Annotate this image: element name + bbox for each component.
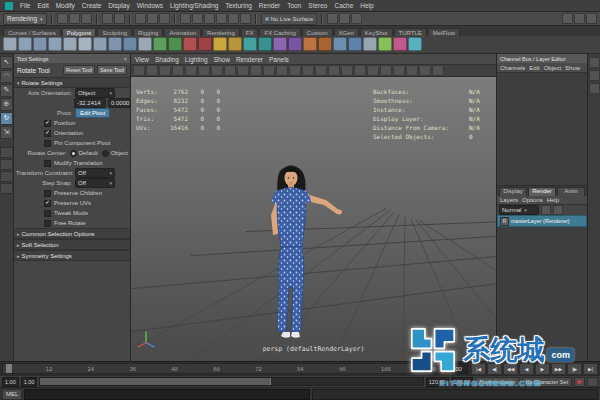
new-layer-from-selection-icon[interactable] (553, 205, 563, 215)
playback-start-field[interactable]: 1.00 (21, 377, 38, 387)
menu-item[interactable]: Display (108, 2, 129, 9)
shelf-tool-icon[interactable] (288, 37, 302, 51)
modify-translation-checkbox[interactable] (44, 160, 51, 167)
isolate-select-icon[interactable] (419, 65, 431, 76)
snap-to-point-icon[interactable] (204, 13, 215, 24)
reset-tool-button[interactable]: Reset Tool (63, 65, 95, 75)
shelf-tool-icon[interactable] (393, 37, 407, 51)
render-settings-icon[interactable] (351, 13, 362, 24)
shelf-tab[interactable]: Custom (302, 28, 333, 36)
make-live-icon[interactable] (240, 13, 251, 24)
menu-item[interactable]: Lighting/Shading (170, 2, 218, 9)
film-gate-icon[interactable] (237, 65, 249, 76)
shelf-tab[interactable]: FX Caching (259, 28, 300, 36)
shelf-tool-icon[interactable] (108, 37, 122, 51)
undo-icon[interactable] (102, 13, 113, 24)
menu-item[interactable]: Toon (287, 2, 301, 9)
preserve-children-checkbox[interactable] (44, 190, 51, 197)
xray-icon[interactable] (432, 65, 444, 76)
motion-blur-icon[interactable] (393, 65, 405, 76)
position-checkbox[interactable] (44, 120, 51, 127)
panel-menu-item[interactable]: View (135, 56, 149, 63)
channel-box-menu-item[interactable]: Channels (500, 65, 525, 71)
channel-box-menu-item[interactable]: Show (565, 65, 580, 71)
shelf-tool-icon[interactable] (258, 37, 272, 51)
shelf-tool-icon[interactable] (213, 37, 227, 51)
shelf-tool-icon[interactable] (63, 37, 77, 51)
tweak-mode-checkbox[interactable] (44, 210, 51, 217)
hypershade-persp-layout-button[interactable] (0, 183, 13, 194)
menu-item[interactable]: Help (360, 2, 373, 9)
channel-list-area[interactable] (497, 73, 587, 186)
four-pane-layout-button[interactable] (0, 159, 13, 170)
menu-item[interactable]: Cache (334, 2, 353, 9)
lock-camera-icon[interactable] (146, 65, 158, 76)
step-snap-select[interactable]: Off (75, 178, 115, 188)
fill-mode-icon[interactable] (315, 65, 327, 76)
free-rotate-checkbox[interactable] (44, 220, 51, 227)
shelf-tool-icon[interactable] (123, 37, 137, 51)
edit-pivot-button[interactable]: Edit Pivot (75, 108, 110, 118)
redo-icon[interactable] (114, 13, 125, 24)
menu-item[interactable]: Create (82, 2, 102, 9)
range-slider[interactable] (39, 377, 423, 386)
command-input[interactable] (24, 389, 310, 400)
grid-toggle-icon[interactable] (224, 65, 236, 76)
save-tool-button[interactable]: Save Tool (97, 65, 127, 75)
ipr-render-icon[interactable] (339, 13, 350, 24)
shelf-tab[interactable]: KeyShot (360, 28, 393, 36)
live-surface-indicator[interactable]: No Live Surface (261, 13, 318, 25)
shelf-tool-icon[interactable] (183, 37, 197, 51)
layer-editor-menu-item[interactable]: Layers (500, 197, 518, 203)
resolution-gate-icon[interactable] (250, 65, 262, 76)
panel-menu-item[interactable]: Panels (269, 56, 289, 63)
shelf-tab[interactable]: XGen (334, 28, 359, 36)
shelf-tool-icon[interactable] (333, 37, 347, 51)
pin-component-pivot-checkbox[interactable] (44, 140, 51, 147)
scale-tool[interactable]: ⇲ (0, 126, 13, 139)
paint-select-tool[interactable]: ✎ (0, 84, 13, 97)
collapsed-section-header[interactable]: Symmetry Settings (14, 250, 130, 261)
menu-item[interactable]: Stereo (308, 2, 327, 9)
input-field-icon[interactable] (574, 13, 585, 24)
menu-item[interactable]: Render (259, 2, 280, 9)
layer-editor-tab[interactable]: Render (528, 187, 556, 196)
render-layer-row[interactable]: R masterLayer (Renderer) (497, 215, 587, 227)
menu-item[interactable]: Modify (56, 2, 75, 9)
shelf-tool-icon[interactable] (138, 37, 152, 51)
snap-to-projected-center-icon[interactable] (216, 13, 227, 24)
transform-constraint-select[interactable]: Off (75, 168, 115, 178)
shelf-tool-icon[interactable] (33, 37, 47, 51)
bookmark-icon[interactable] (172, 65, 184, 76)
menu-item[interactable]: File (20, 2, 30, 9)
channel-box-menu-item[interactable]: Edit (529, 65, 539, 71)
camera-attributes-icon[interactable] (159, 65, 171, 76)
snap-to-view-plane-icon[interactable] (228, 13, 239, 24)
layer-editor-tab[interactable]: Display (499, 187, 527, 196)
open-scene-icon[interactable] (69, 13, 80, 24)
shelf-tool-icon[interactable] (48, 37, 62, 51)
safe-action-icon[interactable] (289, 65, 301, 76)
grease-pencil-icon[interactable] (211, 65, 223, 76)
shelf-tab[interactable]: Rendering (202, 28, 240, 36)
shelf-tool-icon[interactable] (168, 37, 182, 51)
current-frame-marker[interactable] (6, 364, 12, 373)
shelf-tool-icon[interactable] (363, 37, 377, 51)
safe-title-icon[interactable] (302, 65, 314, 76)
shelf-tool-icon[interactable] (348, 37, 362, 51)
2d-pan-zoom-icon[interactable] (198, 65, 210, 76)
viewport-persp-canvas[interactable]: Verts: 2762 0 0 Edges: 8232 0 0 (131, 77, 496, 361)
shelf-tab[interactable]: Curves / Surfaces (3, 28, 61, 36)
snap-to-curve-icon[interactable] (192, 13, 203, 24)
shelf-tab[interactable]: TURTLE (394, 28, 427, 36)
command-language-toggle[interactable]: MEL (2, 389, 22, 400)
animation-start-field[interactable]: 1.00 (2, 377, 19, 387)
move-tool[interactable]: ⊕ (0, 98, 13, 111)
character-model[interactable] (223, 163, 353, 353)
close-icon[interactable]: × (124, 56, 127, 62)
rotate-center-object-radio[interactable] (102, 150, 109, 157)
rotate-angle-field[interactable]: 0.0000 (108, 98, 131, 108)
snap-to-grid-icon[interactable] (180, 13, 191, 24)
shelf-tab[interactable]: Animation (164, 28, 201, 36)
select-by-component-type-icon[interactable] (159, 13, 170, 24)
